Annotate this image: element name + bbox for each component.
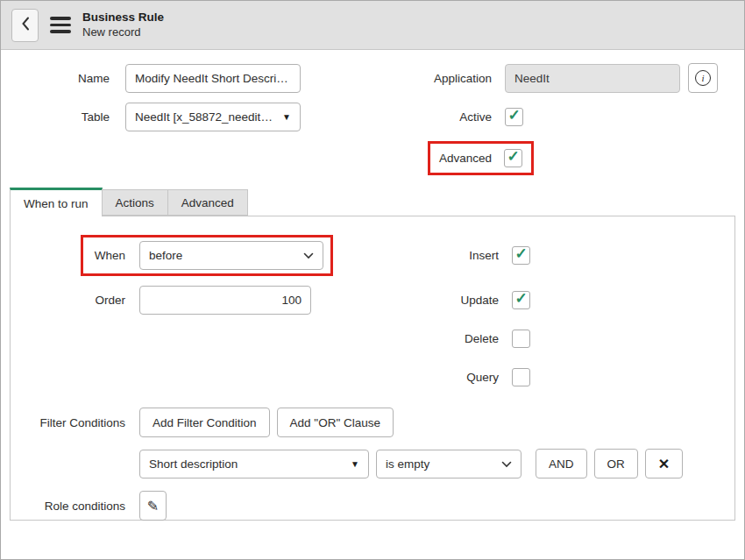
form-row-1: Name Modify NeedIt Short Descriptic Appl…	[1, 63, 744, 93]
order-label: Order	[11, 294, 125, 307]
update-label: Update	[387, 294, 499, 307]
delete-checkbox[interactable]	[512, 330, 530, 348]
dropdown-triangle-icon: ▼	[282, 112, 291, 122]
active-checkbox[interactable]: ✓	[505, 108, 523, 126]
checkmark-icon: ✓	[507, 149, 519, 164]
name-label: Name	[1, 72, 110, 85]
info-icon: i	[695, 70, 711, 86]
application-label: Application	[378, 72, 492, 85]
pencil-icon: ✎	[147, 498, 159, 514]
tab-bar: When to run Actions Advanced	[10, 188, 735, 216]
panel-row-delete: Delete	[11, 323, 734, 353]
chevron-down-icon	[501, 457, 512, 471]
advanced-highlight-box: Advanced ✓	[428, 141, 534, 175]
page-title: Business Rule	[82, 10, 164, 25]
chevron-left-icon	[21, 17, 30, 33]
close-icon: ✕	[658, 456, 670, 472]
table-label: Table	[1, 110, 110, 124]
panel-row-when: When before Insert ✓	[11, 235, 734, 276]
name-input[interactable]: Modify NeedIt Short Descriptic	[125, 64, 301, 93]
when-to-run-panel: When before Insert ✓ Order	[10, 216, 735, 521]
advanced-label: Advanced	[439, 152, 492, 165]
back-button[interactable]	[11, 9, 39, 42]
edit-role-conditions-button[interactable]: ✎	[139, 491, 167, 521]
business-rule-window: Business Rule New record Name Modify Nee…	[0, 0, 745, 560]
advanced-checkbox[interactable]: ✓	[504, 149, 522, 167]
query-label: Query	[387, 371, 499, 384]
add-or-clause-button[interactable]: Add "OR" Clause	[277, 408, 394, 437]
dropdown-triangle-icon: ▼	[351, 459, 359, 469]
condition-field-select[interactable]: Short description ▼	[139, 450, 369, 478]
panel-row-filter: Filter Conditions Add Filter Condition A…	[11, 408, 734, 437]
add-filter-condition-button[interactable]: Add Filter Condition	[139, 408, 270, 437]
checkmark-icon: ✓	[514, 291, 527, 306]
and-button[interactable]: AND	[536, 449, 587, 478]
order-input[interactable]: 100	[139, 286, 311, 315]
insert-label: Insert	[387, 249, 499, 262]
filter-conditions-label: Filter Conditions	[11, 416, 125, 429]
panel-row-order: Order 100 Update ✓	[11, 285, 734, 315]
record-title-block: Business Rule New record	[82, 10, 164, 39]
panel-row-query: Query	[11, 362, 734, 392]
when-label: When	[90, 249, 125, 262]
role-conditions-label: Role conditions	[11, 500, 125, 513]
update-checkbox[interactable]: ✓	[512, 291, 530, 309]
application-input: NeedIt	[505, 64, 680, 93]
form-row-2: Table NeedIt [x_58872_needit_... ▼ Activ…	[1, 103, 744, 131]
record-form: Name Modify NeedIt Short Descriptic Appl…	[1, 50, 744, 175]
panel-row-role: Role conditions ✎	[11, 491, 734, 521]
application-info-button[interactable]: i	[688, 63, 718, 93]
form-row-3: Advanced ✓	[1, 141, 744, 175]
checkmark-icon: ✓	[514, 246, 527, 261]
table-select[interactable]: NeedIt [x_58872_needit_... ▼	[125, 103, 301, 131]
when-select[interactable]: before	[139, 241, 323, 270]
delete-label: Delete	[387, 332, 499, 345]
tab-actions[interactable]: Actions	[102, 189, 168, 216]
condition-operator-select[interactable]: is empty	[376, 450, 522, 478]
tab-when-to-run[interactable]: When to run	[10, 188, 103, 216]
context-menu-icon[interactable]	[50, 17, 71, 33]
form-header: Business Rule New record	[1, 1, 744, 50]
page-subtitle: New record	[82, 25, 164, 40]
query-checkbox[interactable]	[512, 368, 530, 386]
delete-condition-button[interactable]: ✕	[645, 449, 683, 478]
filter-condition-row: Short description ▼ is empty AND OR ✕	[139, 449, 734, 478]
chevron-down-icon	[303, 249, 314, 262]
tab-advanced[interactable]: Advanced	[167, 189, 248, 216]
or-button[interactable]: OR	[594, 449, 638, 478]
active-label: Active	[378, 110, 492, 124]
when-highlight-box: When before	[81, 235, 333, 276]
checkmark-icon: ✓	[507, 108, 520, 123]
insert-checkbox[interactable]: ✓	[512, 246, 530, 265]
